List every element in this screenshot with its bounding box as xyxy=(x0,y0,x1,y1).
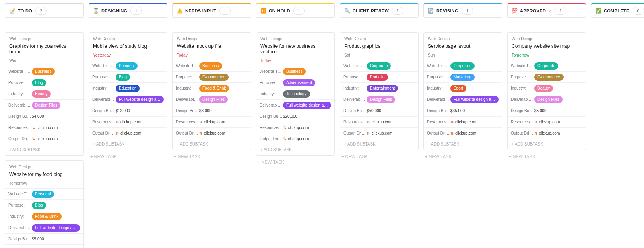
output-value[interactable]: clickup.com xyxy=(372,131,392,135)
pill-deliverable[interactable]: Full website design and lay... xyxy=(283,102,331,109)
output-value[interactable]: clickup.com xyxy=(455,131,476,135)
resources-value[interactable]: clickup.com xyxy=(120,120,141,124)
pill-industry[interactable]: Sport xyxy=(450,85,466,92)
pill-industry[interactable]: Food & Drink xyxy=(32,213,62,220)
pill-industry[interactable]: Food & Drink xyxy=(199,85,229,92)
output-value[interactable]: clickup.com xyxy=(288,137,309,141)
task-title[interactable]: Website for new business venture xyxy=(260,43,330,55)
pill-purpose[interactable]: Marketing xyxy=(450,74,475,81)
pill-industry[interactable]: Education xyxy=(116,85,140,92)
task-title[interactable]: Website for my food blog xyxy=(9,172,79,177)
add-subtask-button[interactable]: + ADD SUBTASK xyxy=(173,139,251,150)
new-task-button[interactable]: + NEW TASK xyxy=(423,150,502,159)
pill-website-type[interactable]: Business xyxy=(199,62,222,70)
add-subtask-button[interactable]: + ADD SUBTASK xyxy=(5,144,83,155)
resources-value[interactable]: clickup.com xyxy=(204,120,225,124)
column-count: 1 xyxy=(293,7,305,15)
column-status-icon: 🔍 xyxy=(344,8,350,13)
column-header[interactable]: ✅COMPLETE0 xyxy=(591,3,644,18)
pill-purpose[interactable]: E-commerce xyxy=(534,74,564,81)
pill-purpose[interactable]: Blog xyxy=(116,74,130,81)
column-header[interactable]: 📝TO DO2 xyxy=(5,3,84,18)
pill-deliverable[interactable]: Design Files xyxy=(367,96,395,103)
pill-deliverable[interactable]: Full website design and lay... xyxy=(450,96,499,103)
add-subtask-button[interactable]: + ADD SUBTASK xyxy=(256,144,334,155)
task-title[interactable]: Service page layout xyxy=(428,43,498,49)
task-title[interactable]: Website mock up file xyxy=(177,43,247,49)
pill-purpose[interactable]: Advertisement xyxy=(283,79,315,86)
project-label: Web Design xyxy=(9,165,79,169)
add-subtask-button[interactable]: + ADD SUBTASK xyxy=(340,139,418,150)
resources-value[interactable]: clickup.com xyxy=(288,125,309,130)
pill-industry[interactable]: Technology xyxy=(283,90,310,98)
task-card[interactable]: Web DesignProduct graphicsSatWebsite Typ… xyxy=(340,32,419,150)
pill-website-type[interactable]: Corporate xyxy=(367,62,391,70)
label-website-type: Website Type: xyxy=(427,64,450,68)
pill-deliverable[interactable]: Full website design and lay... xyxy=(32,224,80,232)
pill-industry[interactable]: Entertainment xyxy=(367,85,398,92)
add-subtask-button[interactable]: + ADD SUBTASK xyxy=(89,139,167,150)
column-header[interactable]: 🔍CLIENT REVIEW1 xyxy=(340,3,419,18)
task-title[interactable]: Product graphics xyxy=(344,43,414,49)
output-value[interactable]: clickup.com xyxy=(204,131,225,135)
task-card[interactable]: Web DesignGraphics for my cosmetics bran… xyxy=(5,32,84,156)
pill-purpose[interactable]: Portfolio xyxy=(367,74,388,81)
task-card[interactable]: Web DesignCompany website site mapTomorr… xyxy=(507,32,586,150)
new-task-button[interactable]: + NEW TASK xyxy=(507,150,586,159)
pill-website-type[interactable]: Personal xyxy=(116,62,138,70)
column-header[interactable]: ⌛DESIGNING1 xyxy=(89,3,167,18)
label-deliverable: Deliverable ... xyxy=(8,225,32,230)
output-value[interactable]: clickup.com xyxy=(539,131,560,135)
output-value[interactable]: clickup.com xyxy=(37,137,58,141)
pill-deliverable[interactable]: Design Files xyxy=(199,96,228,103)
label-industry: Industry: xyxy=(92,86,116,90)
resources-value[interactable]: clickup.com xyxy=(372,120,392,124)
task-card[interactable]: Web DesignWebsite for new business ventu… xyxy=(256,32,335,156)
task-title[interactable]: Company website site map xyxy=(512,43,582,49)
new-task-button[interactable]: + NEW TASK xyxy=(172,150,251,159)
new-task-button[interactable]: + NEW TASK xyxy=(256,156,335,164)
task-card[interactable]: Web DesignWebsite mock up fileTodayWebsi… xyxy=(172,32,251,150)
project-label: Web Design xyxy=(428,37,498,41)
pill-purpose[interactable]: E-commerce xyxy=(199,74,229,81)
column-status-icon: 💯 xyxy=(512,8,518,13)
task-card[interactable]: Web DesignMobile view of study blogYeste… xyxy=(89,32,167,150)
column-header[interactable]: ⏸️ON HOLD1 xyxy=(256,3,335,18)
add-subtask-button[interactable]: + ADD SUBTASK xyxy=(508,139,586,150)
column-approved: 💯APPROVED✔1Web DesignCompany website sit… xyxy=(507,3,586,248)
pill-website-type[interactable]: Corporate xyxy=(450,62,475,70)
label-industry: Industry: xyxy=(176,86,199,90)
label-website-type: Website Type: xyxy=(176,64,199,68)
resources-value[interactable]: clickup.com xyxy=(37,125,58,130)
task-card[interactable]: Web DesignService page layoutSunWebsite … xyxy=(423,32,502,150)
column-header[interactable]: 💯APPROVED✔1 xyxy=(507,3,586,18)
pill-website-type[interactable]: Personal xyxy=(32,191,54,198)
label-output-drive: Output Drive: xyxy=(8,137,32,141)
pill-deliverable[interactable]: Full website design and lay... xyxy=(116,96,164,103)
add-subtask-button[interactable]: + ADD SUBTASK xyxy=(424,139,502,150)
pill-deliverable[interactable]: Design Files xyxy=(32,102,60,109)
column-title: REVISING xyxy=(436,8,458,13)
task-title[interactable]: Mobile view of study blog xyxy=(93,43,163,49)
task-title[interactable]: Graphics for my cosmetics brand xyxy=(9,43,79,55)
column-header[interactable]: ⚠️NEEDS INPUT1 xyxy=(172,3,251,18)
label-budget: Design Budg... xyxy=(92,109,116,113)
resources-value[interactable]: clickup.com xyxy=(455,120,476,124)
pill-purpose[interactable]: Blog xyxy=(32,202,46,209)
new-task-button[interactable]: + NEW TASK xyxy=(340,150,419,159)
label-resources: Resources: xyxy=(92,120,116,124)
new-task-button[interactable]: + NEW TASK xyxy=(89,150,167,159)
resources-value[interactable]: clickup.com xyxy=(539,120,560,124)
pill-deliverable[interactable]: Design Files xyxy=(534,96,563,103)
pill-website-type[interactable]: Business xyxy=(32,68,55,75)
column-header[interactable]: 🔄REVISING1 xyxy=(423,3,502,18)
pill-industry[interactable]: Beauty xyxy=(534,85,553,92)
task-card[interactable]: Web DesignWebsite for my food blogTomorr… xyxy=(5,160,84,248)
pill-purpose[interactable]: Blog xyxy=(32,79,46,86)
column-status-icon: 📝 xyxy=(9,8,15,13)
pill-website-type[interactable]: Business xyxy=(283,68,306,75)
column-title: COMPLETE xyxy=(604,8,630,13)
output-value[interactable]: clickup.com xyxy=(120,131,141,135)
pill-industry[interactable]: Beauty xyxy=(32,90,51,98)
pill-website-type[interactable]: Corporate xyxy=(534,62,558,70)
